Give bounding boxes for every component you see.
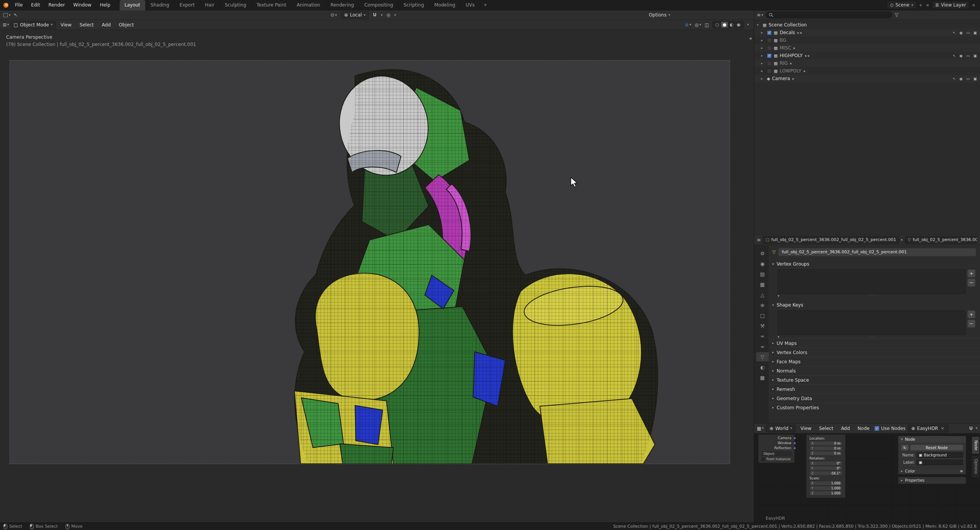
collection-checkbox[interactable]: ✓ (767, 53, 772, 58)
scale-x-field[interactable]: X1.000 (809, 481, 842, 486)
shape-keys-list[interactable] (778, 310, 965, 335)
properties-tab-data[interactable]: ▽ (756, 352, 769, 361)
add-vertex-group-button[interactable]: + (967, 269, 975, 277)
menu-object[interactable]: Object (115, 21, 137, 29)
expand-icon[interactable]: ▾ (757, 23, 761, 27)
expand-icon[interactable]: ▸ (761, 77, 765, 80)
unlink-scene-button[interactable]: × (925, 3, 930, 8)
menu-select[interactable]: Select (816, 425, 836, 432)
viewport-disable-icon[interactable]: ▭ (965, 77, 970, 81)
editor-type-dropdown[interactable]: ⊞ ▾ (3, 22, 9, 28)
expand-icon[interactable]: ▸ (761, 46, 765, 50)
collapse-icon[interactable]: ▾ (772, 263, 774, 266)
snap-toggle[interactable] (373, 13, 377, 17)
proportional-editing-dropdown[interactable]: ▾ (394, 13, 396, 17)
add-workspace-button[interactable]: + (480, 0, 491, 10)
section-uv-maps[interactable]: ▸ UV Maps (769, 338, 980, 348)
vertex-groups-list[interactable] (778, 269, 965, 294)
shading-dropdown[interactable]: ▾ (747, 23, 749, 26)
outliner-row-highpoly[interactable]: ▸ ✓ ▦ HIGHPOLY ▪▪ ↖ ◉ ▭ ▣ (754, 52, 980, 59)
expand-icon[interactable]: ▸ (761, 38, 765, 42)
object-field[interactable]: Object: (761, 451, 791, 456)
workspace-tab-layout[interactable]: Layout (120, 0, 146, 10)
viewport-disable-icon[interactable]: ▭ (965, 54, 970, 58)
socket-icon[interactable] (793, 437, 796, 440)
viewport-3d[interactable]: Camera Perspective (79) Scene Collection… (0, 30, 754, 522)
properties-editor-icon[interactable]: ≡ (757, 237, 761, 243)
expand-icon[interactable]: ▸ (761, 31, 765, 34)
shading-wireframe-button[interactable]: ○ (714, 22, 721, 28)
properties-tab-physics[interactable]: ≈ (756, 331, 769, 341)
menu-add[interactable]: Add (99, 21, 114, 29)
new-scene-button[interactable]: + (918, 3, 923, 8)
outliner-row-rig[interactable]: ▸ ▦ RIG ▪ (754, 59, 980, 67)
collection-checkbox[interactable]: ✓ (767, 30, 772, 35)
breadcrumb-object[interactable]: □ full_obj_02_5_percent_3636.002_full_ob… (763, 236, 899, 244)
node-snap-toggle[interactable] (969, 426, 973, 431)
workspace-tab-hair[interactable]: Hair (200, 0, 220, 10)
options-dropdown[interactable]: Options (649, 12, 666, 18)
shading-material-button[interactable]: ◐ (728, 22, 735, 28)
gizmo-dropdown[interactable]: ⊕ ▾ (685, 22, 691, 28)
workspace-tab-animation[interactable]: Animation (292, 0, 326, 10)
workspace-tab-compositing[interactable]: Compositing (359, 0, 398, 10)
refresh-node-button[interactable]: ↻ (901, 445, 909, 451)
rotation-z-field[interactable]: Z-56.1° (809, 471, 842, 476)
outliner-row-misc[interactable]: ▸ ▦ MISC ▪ (754, 44, 980, 52)
filter-icon[interactable] (894, 13, 899, 17)
properties-tab-material[interactable]: ◐ (756, 363, 769, 372)
hide-eye-icon[interactable]: ◉ (959, 77, 964, 81)
workspace-tab-modeling[interactable]: Modeling (429, 0, 461, 10)
properties-tab-render[interactable]: ◉ (756, 259, 769, 268)
section-custom-properties[interactable]: ▸ Custom Properties (769, 403, 980, 412)
breadcrumb-data[interactable]: ▽ full_obj_02_5_percent_3636.002_full_ob… (905, 236, 977, 244)
output-reflection[interactable]: Reflection (761, 446, 791, 451)
workspace-tab-sculpting[interactable]: Sculpting (220, 0, 252, 10)
node-label-field[interactable]: ▣ (916, 459, 963, 465)
properties-tab-constraints[interactable]: ∞ (756, 342, 769, 351)
section-normals[interactable]: ▸ Normals (769, 366, 980, 375)
section-remesh[interactable]: ▸ Remesh (769, 384, 980, 394)
sidebar-tab-options[interactable]: Options (972, 455, 980, 478)
sidebar-tab-node[interactable]: Node (972, 436, 980, 454)
rotation-x-field[interactable]: X0° (809, 461, 842, 466)
properties-tab-object[interactable]: □ (756, 311, 769, 320)
reset-node-button[interactable]: Reset Node (910, 445, 963, 451)
menu-view[interactable]: View (57, 21, 75, 29)
expand-icon[interactable]: ▸ (761, 61, 765, 65)
snap-dropdown[interactable]: ▾ (381, 13, 383, 17)
outliner-row-bg[interactable]: ▸ ▦ BG (754, 36, 980, 44)
workspace-tab-scripting[interactable]: Scripting (398, 0, 429, 10)
menu-node[interactable]: Node (855, 425, 872, 432)
shader-type-dropdown[interactable]: ⊕ World ▾ (766, 425, 796, 432)
menu-file[interactable]: File (11, 1, 26, 9)
unlink-world-button[interactable]: × (940, 426, 945, 431)
output-camera[interactable]: Camera (761, 436, 791, 441)
cursor-tool-icon[interactable]: ↖ (14, 12, 18, 18)
mesh-name-field[interactable]: full_obj_02_5_percent_3636.002_full_obj_… (778, 248, 976, 256)
output-window[interactable]: Window (761, 441, 791, 446)
world-datablock-selector[interactable]: ⊕ EasyHDR × (908, 425, 949, 432)
menu-window[interactable]: Window (69, 1, 95, 9)
active-tool-dropdown[interactable]: ▾ (3, 13, 11, 18)
shading-solid-button[interactable]: ● (721, 22, 728, 28)
outliner-row-scene-collection[interactable]: ▾ ▦ Scene Collection (754, 21, 980, 29)
mode-dropdown[interactable]: □ Object Mode ▾ (10, 21, 56, 29)
outliner-search-input[interactable] (766, 11, 892, 18)
collection-checkbox[interactable] (767, 46, 772, 51)
outliner-row-lowpoly[interactable]: ▸ ▦ LOWPOLY ▪ (754, 67, 980, 75)
blender-logo-icon[interactable] (3, 2, 9, 8)
properties-tab-world[interactable]: ⊕ (756, 300, 769, 310)
texture-coordinate-node[interactable]: Camera Window Reflection Object: From In… (758, 434, 795, 463)
render-disable-icon[interactable]: ▣ (973, 54, 978, 58)
selectable-icon[interactable]: ↖ (952, 31, 957, 35)
list-resize-grip[interactable]: ····· (779, 335, 965, 339)
collapse-icon[interactable]: ▾ (772, 304, 774, 307)
menu-render[interactable]: Render (44, 1, 69, 9)
node-canvas[interactable]: Camera Window Reflection Object: From In… (754, 433, 980, 523)
location-y-field[interactable]: Y0 m (809, 446, 842, 451)
properties-tab-modifiers[interactable]: ⚒ (756, 321, 769, 330)
use-nodes-checkbox[interactable]: ✓ Use Nodes (875, 426, 906, 431)
add-shape-key-button[interactable]: + (967, 310, 975, 318)
collection-checkbox[interactable] (767, 38, 772, 43)
